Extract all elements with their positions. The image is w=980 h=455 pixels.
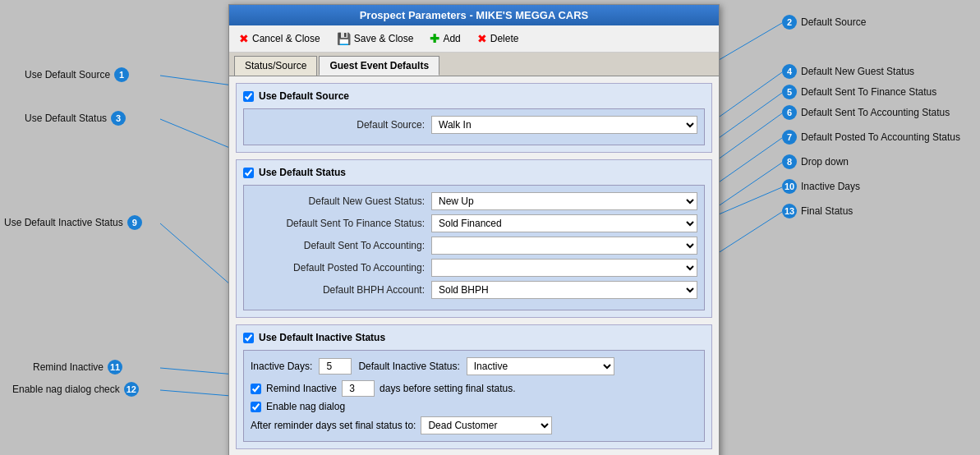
callout-bubble-6: 6: [782, 105, 797, 120]
callout-bubble-1: 1: [114, 67, 129, 82]
callout-bubble-5: 5: [782, 85, 797, 99]
use-default-source-checkbox[interactable]: [243, 91, 254, 102]
callout-7: 7 Default Posted To Accounting Status: [782, 130, 960, 145]
title-bar: Prospect Parameters - MIKE'S MEGGA CARS: [229, 5, 719, 25]
callout-11: Remind Inactive 11: [33, 360, 122, 375]
save-icon: 💾: [337, 32, 351, 45]
delete-icon: ✖: [477, 32, 487, 45]
cancel-close-button[interactable]: ✖ Cancel & Close: [236, 30, 324, 47]
callout-bubble-8: 8: [782, 154, 797, 169]
callout-10: 10 Inactive Days: [782, 179, 860, 194]
callout-label-11: Remind Inactive: [33, 361, 104, 373]
callout-label-6: Default Sent To Accounting Status: [801, 107, 950, 118]
callout-label-7: Default Posted To Accounting Status: [801, 131, 960, 143]
callout-label-4: Default New Guest Status: [801, 66, 914, 77]
remind-inactive-label: Remind Inactive: [266, 383, 337, 394]
default-source-select[interactable]: Walk In Internet Phone: [431, 116, 697, 134]
default-source-header: Use Default Source: [243, 90, 705, 102]
add-button[interactable]: ✚ Add: [426, 30, 463, 47]
callout-2: 2 Default Source: [782, 15, 866, 30]
callout-bubble-10: 10: [782, 179, 797, 194]
delete-button[interactable]: ✖ Delete: [474, 30, 522, 47]
callout-label-3: Use Default Status: [25, 113, 107, 124]
main-window: Prospect Parameters - MIKE'S MEGGA CARS …: [228, 4, 720, 455]
default-status-header: Use Default Status: [243, 167, 705, 178]
default-source-field-label: Default Source:: [251, 119, 431, 131]
new-guest-status-row: Default New Guest Status: New Up Existin…: [251, 192, 697, 210]
final-status-select[interactable]: Dead Customer Inactive: [421, 416, 552, 434]
inactive-days-label: Inactive Days:: [251, 361, 312, 372]
final-status-label: After reminder days set final status to:: [251, 420, 416, 431]
tab-guest-event-defaults[interactable]: Guest Event Defaults: [319, 56, 439, 76]
bhph-account-row: Default BHPH Account: Sold BHPH: [251, 281, 697, 299]
default-source-section: Use Default Source Default Source: Walk …: [236, 83, 712, 153]
bhph-account-select[interactable]: Sold BHPH: [431, 281, 697, 299]
remind-inactive-row: Remind Inactive days before setting fina…: [251, 380, 697, 397]
default-inactive-section: Use Default Inactive Status Inactive Day…: [236, 324, 712, 449]
callout-bubble-13: 13: [782, 204, 797, 218]
sent-accounting-row: Default Sent To Accounting:: [251, 237, 697, 255]
cancel-label: Cancel & Close: [252, 33, 320, 44]
tab-status-source[interactable]: Status/Source: [234, 56, 317, 76]
enable-nag-row: Enable nag dialog: [251, 401, 697, 412]
sent-finance-status-label: Default Sent To Finance Status:: [251, 218, 431, 229]
use-default-inactive-checkbox[interactable]: [243, 333, 254, 343]
callout-5: 5 Default Sent To Finance Status: [782, 85, 936, 99]
callout-label-13: Final Status: [801, 205, 853, 217]
sent-finance-status-row: Default Sent To Finance Status: Sold Fin…: [251, 214, 697, 232]
bhph-account-label: Default BHPH Account:: [251, 284, 431, 296]
default-inactive-status-select[interactable]: Inactive Active Dead Customer: [467, 357, 614, 375]
sent-finance-status-select[interactable]: Sold Financed Sold Cash: [431, 214, 697, 232]
callout-bubble-9: 9: [127, 215, 142, 230]
callout-3: Use Default Status 3: [25, 111, 126, 126]
save-close-button[interactable]: 💾 Save & Close: [334, 30, 417, 47]
posted-accounting-row: Default Posted To Accounting:: [251, 259, 697, 277]
callout-label: Use Default Source: [25, 69, 110, 80]
callout-label-5: Default Sent To Finance Status: [801, 86, 936, 98]
callout-label-12: Enable nag dialog check: [12, 384, 120, 395]
enable-nag-label: Enable nag dialog: [266, 401, 345, 412]
remind-days-suffix: days before setting final status.: [380, 383, 515, 394]
new-guest-status-label: Default New Guest Status:: [251, 195, 431, 207]
callout-label-8: Drop down: [801, 156, 849, 168]
final-status-row: After reminder days set final status to:…: [251, 416, 697, 434]
inactive-days-input[interactable]: [319, 358, 352, 375]
callout-bubble-2: 2: [782, 15, 797, 30]
remind-days-input[interactable]: [342, 380, 375, 397]
use-default-status-label: Use Default Status: [259, 167, 346, 178]
use-default-status-checkbox[interactable]: [243, 168, 254, 178]
callout-label-10: Inactive Days: [801, 181, 860, 192]
remind-inactive-checkbox[interactable]: [251, 384, 261, 394]
tab-bar: Status/Source Guest Event Defaults: [229, 53, 719, 76]
callout-label-9: Use Default Inactive Status: [4, 217, 123, 228]
callout-8: 8 Drop down: [782, 154, 849, 169]
use-default-source-label: Use Default Source: [259, 90, 349, 102]
toolbar: ✖ Cancel & Close 💾 Save & Close ✚ Add ✖ …: [229, 25, 719, 53]
save-label: Save & Close: [354, 33, 414, 44]
content-area: Use Default Source Default Source: Walk …: [229, 76, 719, 455]
new-guest-status-select[interactable]: New Up Existing: [431, 192, 697, 210]
default-status-inner: Default New Guest Status: New Up Existin…: [243, 185, 705, 310]
callout-bubble-3: 3: [111, 111, 126, 126]
default-source-inner: Default Source: Walk In Internet Phone: [243, 108, 705, 145]
default-inactive-header: Use Default Inactive Status: [243, 332, 705, 343]
posted-accounting-select[interactable]: [431, 259, 697, 277]
callout-bubble-7: 7: [782, 130, 797, 145]
callout-4: 4 Default New Guest Status: [782, 64, 914, 79]
sent-accounting-select[interactable]: [431, 237, 697, 255]
default-status-section: Use Default Status Default New Guest Sta…: [236, 159, 712, 318]
callout-6: 6 Default Sent To Accounting Status: [782, 105, 950, 120]
default-inactive-status-label: Default Inactive Status:: [358, 361, 459, 372]
callout-9: Use Default Inactive Status 9: [4, 215, 142, 230]
add-label: Add: [443, 33, 460, 44]
callout-bubble-11: 11: [108, 360, 122, 375]
enable-nag-checkbox[interactable]: [251, 402, 261, 412]
inactive-days-row: Inactive Days: Default Inactive Status: …: [251, 357, 697, 375]
callout-bubble-4: 4: [782, 64, 797, 79]
default-source-row: Default Source: Walk In Internet Phone: [251, 116, 697, 134]
callout-label-2: Default Source: [801, 16, 866, 28]
posted-accounting-label: Default Posted To Accounting:: [251, 262, 431, 273]
sent-accounting-label: Default Sent To Accounting:: [251, 240, 431, 251]
default-inactive-inner: Inactive Days: Default Inactive Status: …: [243, 350, 705, 442]
add-icon: ✚: [430, 32, 439, 45]
